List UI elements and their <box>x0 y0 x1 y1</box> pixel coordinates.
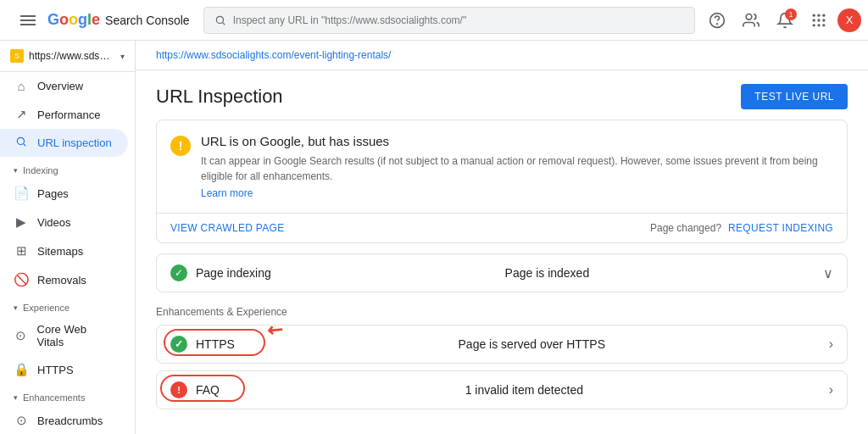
enhancements-label: Enhancements & Experience <box>156 303 848 325</box>
https-row-left: ✓ HTTPS <box>170 336 235 353</box>
sidebar-item-breadcrumbs[interactable]: ⊙ Breadcrumbs <box>0 406 128 434</box>
svg-point-5 <box>813 14 815 16</box>
test-live-url-button[interactable]: TEST LIVE URL <box>741 84 848 109</box>
page-title: URL Inspection <box>156 86 283 108</box>
cards-area: ! URL is on Google, but has issues It ca… <box>136 120 868 430</box>
app-title: Search Console <box>105 14 190 27</box>
hamburger-menu[interactable] <box>14 8 42 32</box>
learn-more-link[interactable]: Learn more <box>201 187 833 199</box>
notification-count: 1 <box>785 8 797 20</box>
indexing-card[interactable]: ✓ Page indexing Page is indexed ∨ <box>156 253 848 292</box>
faq-value: 1 invalid item detected <box>465 383 583 397</box>
notifications-button[interactable]: 1 <box>770 5 800 36</box>
https-icon: 🔒 <box>14 362 29 377</box>
svg-point-7 <box>822 14 825 16</box>
sidebar-item-url-inspection-label: URL inspection <box>37 136 112 149</box>
request-indexing-button[interactable]: REQUEST INDEXING <box>728 222 833 234</box>
page-header: URL Inspection TEST LIVE URL <box>136 70 868 120</box>
svg-point-11 <box>813 24 815 26</box>
faq-enhancement-row[interactable]: ! FAQ 1 invalid item detected › <box>156 370 848 409</box>
indexing-chevron-icon: ∨ <box>823 265 833 281</box>
svg-point-12 <box>817 24 820 26</box>
svg-point-10 <box>822 19 825 21</box>
svg-point-3 <box>717 23 718 24</box>
experience-section: ▾ Experience <box>0 294 135 316</box>
logo-area: Google Search Console <box>7 8 197 32</box>
videos-icon: ▶ <box>14 214 29 230</box>
warning-icon: ! <box>170 136 191 156</box>
url-inspection-icon <box>14 136 29 150</box>
apps-button[interactable] <box>804 5 834 36</box>
topbar: Google Search Console 1 X <box>0 0 868 41</box>
sidebar-item-sitemaps[interactable]: ⊞ Sitemaps <box>0 236 128 265</box>
svg-point-13 <box>822 24 825 26</box>
page-changed-label: Page changed? <box>650 222 721 234</box>
url-bar[interactable]: https://www.sdsocialights.com/event-ligh… <box>136 41 868 70</box>
sidebar-item-overview[interactable]: ⌂ Overview <box>0 72 128 100</box>
enhancements-section: ▾ Enhancements <box>0 384 135 406</box>
https-chevron-icon: › <box>829 337 833 352</box>
faq-chevron-icon: › <box>829 382 833 398</box>
status-text: URL is on Google, but has issues It can … <box>201 134 833 199</box>
status-title: URL is on Google, but has issues <box>201 134 833 148</box>
performance-icon: ↗ <box>14 107 29 122</box>
sidebar-item-core-web-vitals[interactable]: ⊙ Core Web Vitals <box>0 316 128 355</box>
faq-label: FAQ <box>196 383 220 397</box>
pages-icon: 📄 <box>14 186 29 201</box>
svg-point-14 <box>17 137 24 144</box>
breadcrumbs-icon: ⊙ <box>14 413 29 428</box>
sidebar-item-pages[interactable]: 📄 Pages <box>0 179 128 208</box>
svg-point-9 <box>817 19 820 21</box>
topbar-icons: 1 X <box>702 5 861 36</box>
content-area: https://www.sdsocialights.com/event-ligh… <box>136 41 868 434</box>
sidebar-item-https[interactable]: 🔒 HTTPS <box>0 355 128 384</box>
people-button[interactable] <box>736 5 766 36</box>
core-web-vitals-icon: ⊙ <box>14 328 29 343</box>
main-layout: S https://www.sdsocialig... ▾ ⌂ Overview… <box>0 41 868 434</box>
home-icon: ⌂ <box>14 79 29 93</box>
view-crawled-button[interactable]: VIEW CRAWLED PAGE <box>170 222 284 234</box>
status-card: ! URL is on Google, but has issues It ca… <box>156 120 848 243</box>
indexing-label: Page indexing <box>196 266 271 280</box>
sidebar-item-removals[interactable]: 🚫 Removals <box>0 265 128 294</box>
check-circle-icon: ✓ <box>170 264 187 281</box>
sidebar-item-url-inspection[interactable]: URL inspection <box>0 129 128 157</box>
sidebar-item-videos[interactable]: ▶ Videos <box>0 208 128 236</box>
status-card-header: ! URL is on Google, but has issues It ca… <box>157 120 847 213</box>
svg-point-4 <box>746 14 752 19</box>
https-enhancement-row[interactable]: ✓ HTTPS Page is served over HTTPS › ↙ <box>156 325 848 364</box>
sidebar-item-performance-label: Performance <box>37 108 100 121</box>
https-value: Page is served over HTTPS <box>459 337 606 351</box>
status-card-footer: VIEW CRAWLED PAGE Page changed? REQUEST … <box>157 213 847 242</box>
sitemaps-icon: ⊞ <box>14 243 29 259</box>
status-description: It can appear in Google Search results (… <box>201 153 833 184</box>
google-logo: Google <box>47 11 100 29</box>
property-selector[interactable]: S https://www.sdsocialig... ▾ <box>0 41 135 72</box>
svg-point-8 <box>813 19 815 21</box>
https-label: HTTPS <box>196 337 235 351</box>
sidebar-item-overview-label: Overview <box>37 80 83 92</box>
faq-warn-icon: ! <box>170 381 187 398</box>
faq-row-left: ! FAQ <box>170 381 220 398</box>
url-search-input[interactable] <box>233 14 684 26</box>
avatar[interactable]: X <box>837 8 861 32</box>
search-icon <box>214 14 226 26</box>
indexing-status: Page is indexed <box>505 266 590 280</box>
sidebar-item-performance[interactable]: ↗ Performance <box>0 100 128 129</box>
property-arrow-icon: ▾ <box>120 52 125 61</box>
svg-point-0 <box>216 16 223 23</box>
svg-line-15 <box>24 144 26 147</box>
property-name: https://www.sdsocialig... <box>29 50 115 62</box>
svg-line-1 <box>222 22 225 25</box>
help-button[interactable] <box>702 5 732 36</box>
sidebar: S https://www.sdsocialig... ▾ ⌂ Overview… <box>0 41 136 434</box>
removals-icon: 🚫 <box>14 272 29 287</box>
property-icon: S <box>10 49 24 63</box>
indexing-section: ▾ Indexing <box>0 157 135 179</box>
indexing-left: ✓ Page indexing <box>170 264 271 281</box>
svg-point-6 <box>817 14 820 16</box>
https-ok-icon: ✓ <box>170 336 187 353</box>
page-changed-area: Page changed? REQUEST INDEXING <box>650 222 833 234</box>
url-search-bar[interactable] <box>203 7 695 34</box>
